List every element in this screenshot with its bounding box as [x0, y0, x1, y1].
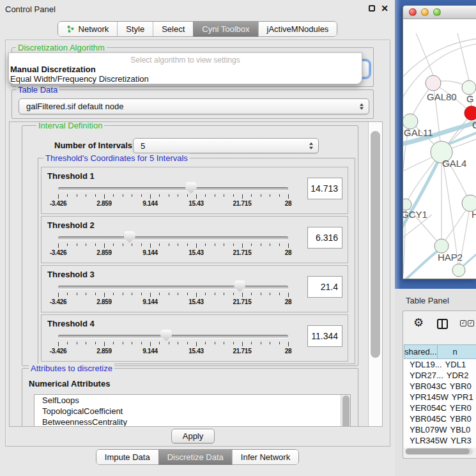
tab-network[interactable]: Network: [58, 22, 118, 36]
network-node-g[interactable]: [462, 81, 476, 95]
network-node[interactable]: [452, 264, 465, 277]
dropdown-option-manual-discretization[interactable]: Manual Discretization: [10, 65, 362, 74]
slider-track[interactable]: [58, 286, 288, 289]
numerical-attributes-label: Numerical Attributes: [29, 379, 110, 388]
column-header-shared[interactable]: shared...: [404, 344, 438, 359]
slider-track[interactable]: [58, 236, 288, 240]
cell-shared-name: YBR043C: [404, 381, 447, 392]
tick-mark: [196, 194, 197, 199]
list-scrollbar[interactable]: [341, 395, 350, 426]
tick-mark: [58, 243, 59, 248]
tick-mark: [242, 293, 243, 297]
table-panel-title: Table Panel: [406, 296, 449, 305]
tab-select[interactable]: Select: [153, 22, 193, 36]
tab-discretize-data[interactable]: Discretize Data: [158, 450, 232, 464]
select-columns-icon[interactable]: ✓✓: [460, 320, 474, 326]
tick-label: 28: [285, 249, 292, 256]
list-item[interactable]: BetweennessCentrality: [35, 417, 350, 426]
table-row[interactable]: YBL079WYBL0: [404, 424, 476, 435]
vertical-scrollbar[interactable]: [368, 122, 382, 426]
tick-mark: [86, 243, 86, 246]
window-titlebar[interactable]: [403, 6, 476, 19]
tab-style[interactable]: Style: [117, 22, 153, 36]
stepper-arrows-icon: [309, 142, 313, 150]
apply-button[interactable]: Apply: [171, 429, 215, 443]
tick-mark: [187, 293, 188, 295]
tick-mark: [187, 194, 188, 197]
tick-mark: [215, 342, 215, 344]
threshold-value-field[interactable]: 14.713: [307, 178, 342, 199]
tick-mark: [251, 194, 252, 197]
tick-mark: [58, 342, 59, 346]
network-canvas[interactable]: GAL80GCGAL11GAL4GCY1HHAP2: [403, 19, 476, 279]
slider-thumb[interactable]: [160, 330, 172, 341]
slider-track[interactable]: [58, 335, 288, 338]
zoom-traffic-light-icon[interactable]: [433, 8, 441, 16]
minimize-traffic-light-icon[interactable]: [421, 8, 429, 16]
table-row[interactable]: YDL19...YDL1: [404, 359, 476, 370]
tick-mark: [104, 293, 105, 297]
tick-mark: [159, 342, 160, 344]
threshold-value-field[interactable]: 21.4: [307, 276, 342, 298]
threshold-value-field[interactable]: 6.316: [307, 227, 342, 249]
slider-track[interactable]: [58, 187, 288, 190]
tick-label: 9.144: [142, 298, 158, 305]
table-data-combobox[interactable]: galFiltered.sif default node: [19, 98, 369, 114]
slider-thumb[interactable]: [124, 231, 135, 243]
column-header-name[interactable]: n: [438, 344, 476, 359]
numerical-attributes-list: SelfLoopsTopologicalCoefficientBetweenne…: [34, 394, 351, 426]
table-row[interactable]: YPR145WYPR1: [404, 392, 476, 403]
table-row[interactable]: YBR043CYBR0: [404, 381, 476, 392]
network-node-gal80[interactable]: [426, 75, 441, 91]
slider-thumb[interactable]: [185, 182, 197, 194]
dropdown-option-equal-width-frequency[interactable]: Equal Width/Frequency Discretization: [10, 74, 362, 84]
number-of-intervals-combobox[interactable]: 5: [133, 138, 319, 153]
tick-mark: [113, 342, 114, 344]
tab-infer-network[interactable]: Infer Network: [232, 450, 298, 464]
tick-mark: [270, 293, 270, 295]
tick-mark: [196, 243, 197, 248]
gear-icon[interactable]: ⚙: [413, 316, 424, 329]
tab-jactivemnodules[interactable]: jActiveMNodules: [258, 22, 337, 36]
node-label: GAL80: [427, 91, 457, 102]
tab-cyni-toolbox[interactable]: Cyni Toolbox: [193, 22, 257, 36]
tick-mark: [132, 194, 132, 197]
table-data-group: Table Data galFiltered.sif default node: [12, 89, 374, 119]
tab-impute-data[interactable]: Impute Data: [96, 450, 158, 464]
table-row[interactable]: YLR345WYLR3: [404, 435, 476, 446]
close-traffic-light-icon[interactable]: [409, 8, 417, 16]
tick-mark: [279, 194, 280, 197]
table-row[interactable]: YER054CYER0: [404, 403, 476, 413]
tick-mark: [77, 194, 77, 197]
list-item[interactable]: TopologicalCoefficient: [35, 406, 350, 417]
network-node-c[interactable]: [464, 106, 476, 120]
control-panel: Control Panel ✕ NetworkStyleSelectCyni T…: [0, 0, 395, 476]
slider-thumb[interactable]: [234, 280, 245, 292]
list-item[interactable]: SelfLoops: [35, 395, 350, 406]
tick-mark: [58, 293, 59, 297]
tick-mark: [205, 342, 206, 344]
tab-label: Style: [126, 24, 144, 34]
tick-mark: [113, 194, 114, 197]
split-columns-icon[interactable]: [437, 319, 448, 329]
close-icon[interactable]: ✕: [381, 4, 388, 12]
settings-scroll-area: Interval Definition Number of Intervals …: [9, 121, 383, 427]
float-window-icon[interactable]: [369, 5, 375, 12]
cell-shared-name: YBR045C: [404, 413, 447, 424]
thresholds-group: Threshold's Coordinates for 5 Intervals …: [38, 158, 355, 364]
horizontal-scrollbar[interactable]: [405, 448, 473, 455]
network-node-hap2[interactable]: [434, 239, 449, 253]
tab-label: Infer Network: [241, 452, 290, 462]
cell-name: YPR1: [449, 392, 476, 403]
tick-mark: [242, 194, 243, 199]
table-row[interactable]: YBR045CYBR0: [404, 413, 476, 424]
threshold-value-field[interactable]: 11.344: [307, 325, 342, 347]
tab-label: Cyni Toolbox: [202, 24, 249, 34]
threshold-label: Threshold 1: [47, 171, 95, 181]
tick-mark: [288, 194, 289, 199]
table-row[interactable]: YDR27...YDR2: [404, 370, 476, 381]
tick-mark: [141, 194, 142, 197]
tick-label: 21.715: [233, 200, 252, 207]
threshold-label: Threshold 4: [47, 319, 95, 328]
tick-mark: [67, 243, 68, 246]
